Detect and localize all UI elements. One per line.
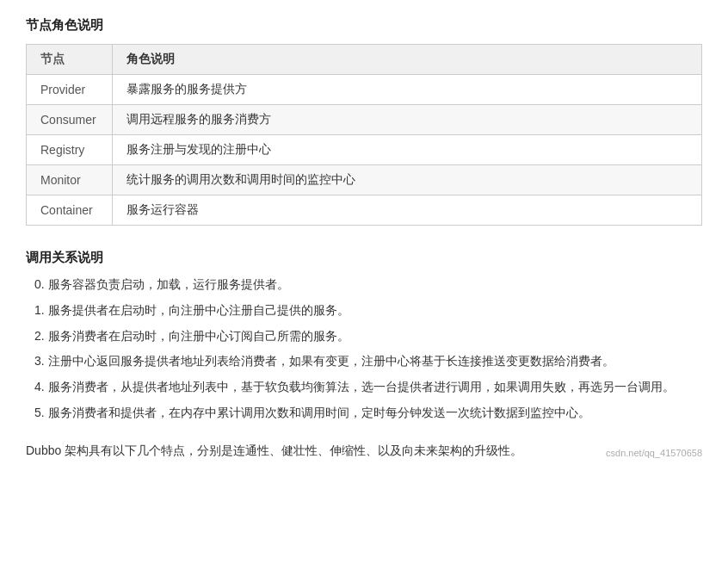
list-item: 4. 服务消费者，从提供者地址列表中，基于软负载均衡算法，选一台提供者进行调用，…: [34, 377, 702, 398]
node-desc-cell: 服务运行容器: [113, 195, 702, 226]
table-row: Registry服务注册与发现的注册中心: [27, 135, 702, 165]
footer-section: Dubbo 架构具有以下几个特点，分别是连通性、健壮性、伸缩性、以及向未来架构的…: [26, 441, 702, 462]
table-row: Consumer调用远程服务的服务消费方: [27, 105, 702, 135]
watermark-text: csdn.net/qq_41570658: [606, 445, 702, 462]
col-header-node: 节点: [27, 45, 113, 75]
list-item: 3. 注册中心返回服务提供者地址列表给消费者，如果有变更，注册中心将基于长连接推…: [34, 351, 702, 372]
table-row: Provider暴露服务的服务提供方: [27, 75, 702, 105]
node-desc-cell: 服务注册与发现的注册中心: [113, 135, 702, 165]
call-relation-section: 调用关系说明 0. 服务容器负责启动，加载，运行服务提供者。1. 服务提供者在启…: [26, 250, 702, 424]
node-name-cell: Monitor: [27, 165, 113, 195]
node-desc-cell: 统计服务的调用次数和调用时间的监控中心: [113, 165, 702, 195]
list-item: 5. 服务消费者和提供者，在内存中累计调用次数和调用时间，定时每分钟发送一次统计…: [34, 403, 702, 424]
table-row: Monitor统计服务的调用次数和调用时间的监控中心: [27, 165, 702, 195]
node-desc-cell: 暴露服务的服务提供方: [113, 75, 702, 105]
list-item: 0. 服务容器负责启动，加载，运行服务提供者。: [34, 275, 702, 295]
node-name-cell: Registry: [27, 135, 113, 165]
col-header-desc: 角色说明: [113, 45, 702, 75]
list-item: 2. 服务消费者在启动时，向注册中心订阅自己所需的服务。: [34, 326, 702, 347]
call-relation-title: 调用关系说明: [26, 250, 702, 266]
call-relation-list: 0. 服务容器负责启动，加载，运行服务提供者。1. 服务提供者在启动时，向注册中…: [26, 275, 702, 424]
list-item: 1. 服务提供者在启动时，向注册中心注册自己提供的服务。: [34, 301, 702, 321]
node-name-cell: Provider: [27, 75, 113, 105]
node-name-cell: Consumer: [27, 105, 113, 135]
node-role-section: 节点角色说明 节点 角色说明 Provider暴露服务的服务提供方Consume…: [26, 17, 702, 226]
node-desc-cell: 调用远程服务的服务消费方: [113, 105, 702, 135]
node-role-title: 节点角色说明: [26, 17, 702, 34]
node-role-table: 节点 角色说明 Provider暴露服务的服务提供方Consumer调用远程服务…: [26, 44, 702, 226]
node-name-cell: Container: [27, 195, 113, 226]
footer-text: Dubbo 架构具有以下几个特点，分别是连通性、健壮性、伸缩性、以及向未来架构的…: [26, 443, 522, 457]
table-row: Container服务运行容器: [27, 195, 702, 226]
